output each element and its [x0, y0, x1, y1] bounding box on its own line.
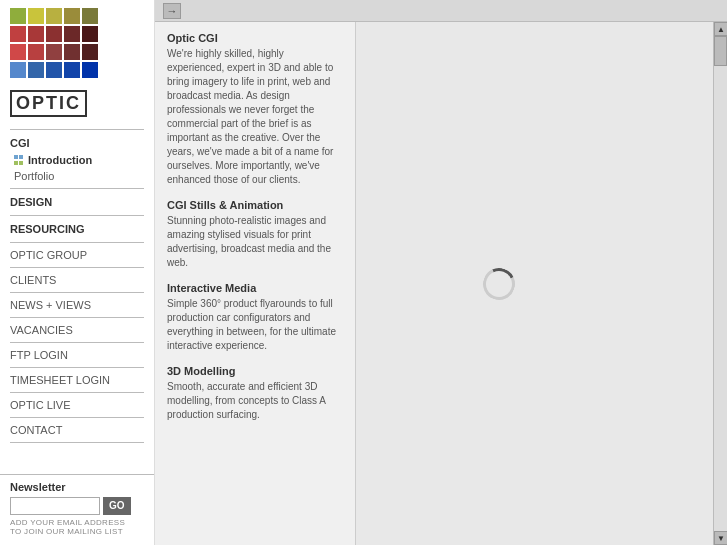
color-row [10, 26, 144, 42]
color-swatch[interactable] [64, 26, 80, 42]
divider [10, 267, 144, 268]
color-swatch[interactable] [82, 8, 98, 24]
scroll-up-button[interactable]: ▲ [714, 22, 727, 36]
color-swatch[interactable] [46, 8, 62, 24]
section-title-2: Interactive Media [167, 282, 343, 294]
secondary-nav: OPTIC GROUPCLIENTSNEWS + VIEWSVACANCIESF… [10, 247, 144, 443]
nav-news-+-views[interactable]: NEWS + VIEWS [10, 297, 144, 313]
color-grid [0, 0, 154, 86]
main-top-bar: → [155, 0, 727, 22]
sidebar: OPTIC CGI Introduction Portfolio DESIGN … [0, 0, 155, 545]
nav-timesheet-login[interactable]: TIMESHEET LOGIN [10, 372, 144, 388]
scroll-track [714, 36, 727, 531]
divider [10, 367, 144, 368]
divider [10, 392, 144, 393]
content-section-0: Optic CGIWe're highly skilled, highly ex… [167, 32, 343, 187]
color-swatch[interactable] [46, 26, 62, 42]
section-body-3: Smooth, accurate and efficient 3D modell… [167, 380, 343, 422]
color-swatch[interactable] [28, 44, 44, 60]
logo-text: OPTIC [16, 93, 81, 113]
navigation: CGI Introduction Portfolio DESIGN RESOUR… [0, 125, 154, 474]
nav-design[interactable]: DESIGN [10, 193, 144, 211]
newsletter-label: Newsletter [10, 481, 144, 493]
color-swatch[interactable] [82, 44, 98, 60]
newsletter-hint: ADD YOUR EMAIL ADDRESSTO JOIN OUR MAILIN… [10, 518, 144, 537]
divider [10, 317, 144, 318]
arrow-button[interactable]: → [163, 3, 181, 19]
content-section-2: Interactive MediaSimple 360° product fly… [167, 282, 343, 353]
newsletter: Newsletter GO ADD YOUR EMAIL ADDRESSTO J… [0, 474, 154, 545]
newsletter-go-button[interactable]: GO [103, 497, 131, 515]
nav-optic-live[interactable]: OPTIC LIVE [10, 397, 144, 413]
nav-vacancies[interactable]: VACANCIES [10, 322, 144, 338]
logo-box: OPTIC [10, 90, 87, 117]
color-swatch[interactable] [46, 44, 62, 60]
content-section-1: CGI Stills & AnimationStunning photo-rea… [167, 199, 343, 270]
content-section-3: 3D ModellingSmooth, accurate and efficie… [167, 365, 343, 422]
color-swatch[interactable] [82, 62, 98, 78]
nav-cgi[interactable]: CGI [10, 134, 144, 152]
divider [10, 442, 144, 443]
scroll-thumb[interactable] [714, 36, 727, 66]
color-swatch[interactable] [10, 26, 26, 42]
divider [10, 188, 144, 189]
divider [10, 292, 144, 293]
color-swatch[interactable] [64, 44, 80, 60]
scrollbar: ▲ ▼ [713, 22, 727, 545]
portfolio-label: Portfolio [14, 170, 54, 182]
divider [10, 129, 144, 130]
section-body-2: Simple 360° product flyarounds to full p… [167, 297, 343, 353]
scroll-down-button[interactable]: ▼ [714, 531, 727, 545]
color-row [10, 8, 144, 24]
content-right [356, 22, 713, 545]
divider [10, 417, 144, 418]
nav-introduction[interactable]: Introduction [10, 152, 144, 168]
nav-contact[interactable]: CONTACT [10, 422, 144, 438]
color-swatch[interactable] [10, 62, 26, 78]
divider [10, 342, 144, 343]
nav-optic-group[interactable]: OPTIC GROUP [10, 247, 144, 263]
color-swatch[interactable] [82, 26, 98, 42]
main-content: → Optic CGIWe're highly skilled, highly … [155, 0, 727, 545]
divider [10, 215, 144, 216]
nav-resourcing[interactable]: RESOURCING [10, 220, 144, 238]
newsletter-input-row: GO [10, 497, 144, 515]
color-swatch[interactable] [28, 62, 44, 78]
content-left: Optic CGIWe're highly skilled, highly ex… [155, 22, 355, 545]
color-row [10, 62, 144, 78]
section-title-0: Optic CGI [167, 32, 343, 44]
section-body-0: We're highly skilled, highly experienced… [167, 47, 343, 187]
color-swatch[interactable] [10, 8, 26, 24]
nav-ftp-login[interactable]: FTP LOGIN [10, 347, 144, 363]
nav-clients[interactable]: CLIENTS [10, 272, 144, 288]
section-title-1: CGI Stills & Animation [167, 199, 343, 211]
nav-portfolio[interactable]: Portfolio [10, 168, 144, 184]
section-title-3: 3D Modelling [167, 365, 343, 377]
content-area: Optic CGIWe're highly skilled, highly ex… [155, 22, 727, 545]
loading-spinner [477, 262, 521, 306]
newsletter-email-input[interactable] [10, 497, 100, 515]
grid-icon [14, 155, 24, 165]
color-swatch[interactable] [28, 26, 44, 42]
color-swatch[interactable] [46, 62, 62, 78]
logo: OPTIC [0, 86, 154, 125]
divider [10, 242, 144, 243]
color-row [10, 44, 144, 60]
color-swatch[interactable] [10, 44, 26, 60]
color-swatch[interactable] [64, 62, 80, 78]
color-swatch[interactable] [28, 8, 44, 24]
section-body-1: Stunning photo-realistic images and amaz… [167, 214, 343, 270]
color-swatch[interactable] [64, 8, 80, 24]
introduction-label: Introduction [28, 154, 92, 166]
